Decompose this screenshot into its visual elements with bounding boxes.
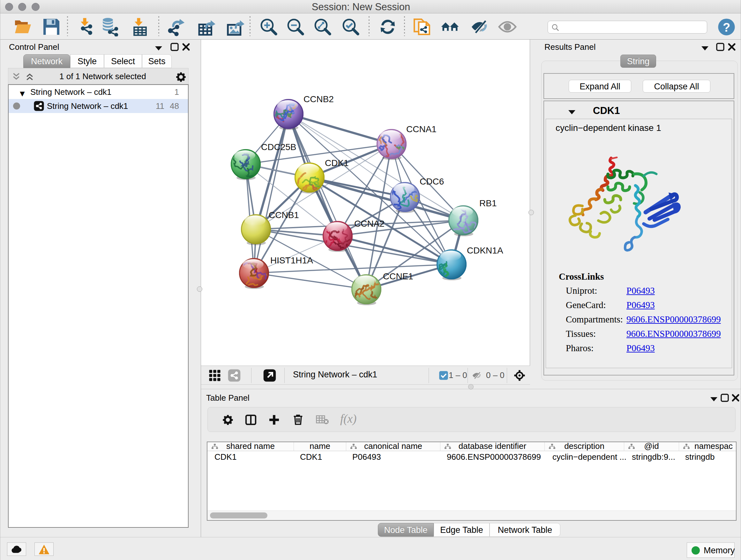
- svg-text:CDK1: CDK1: [325, 158, 349, 168]
- svg-text:HIST1H1A: HIST1H1A: [270, 255, 313, 265]
- svg-text:CDC6: CDC6: [420, 177, 444, 186]
- svg-text:CCNB1: CCNB1: [269, 210, 299, 220]
- svg-text:CDC25B: CDC25B: [261, 142, 296, 152]
- svg-text:CDKN1A: CDKN1A: [467, 246, 503, 255]
- svg-text:RB1: RB1: [479, 198, 496, 208]
- svg-text:CCNA1: CCNA1: [406, 124, 436, 134]
- svg-text:CCNB2: CCNB2: [304, 94, 334, 104]
- svg-text:CCNE1: CCNE1: [383, 271, 413, 281]
- svg-text:CCNA2: CCNA2: [354, 219, 385, 229]
- svg-text:?: ?: [723, 21, 730, 34]
